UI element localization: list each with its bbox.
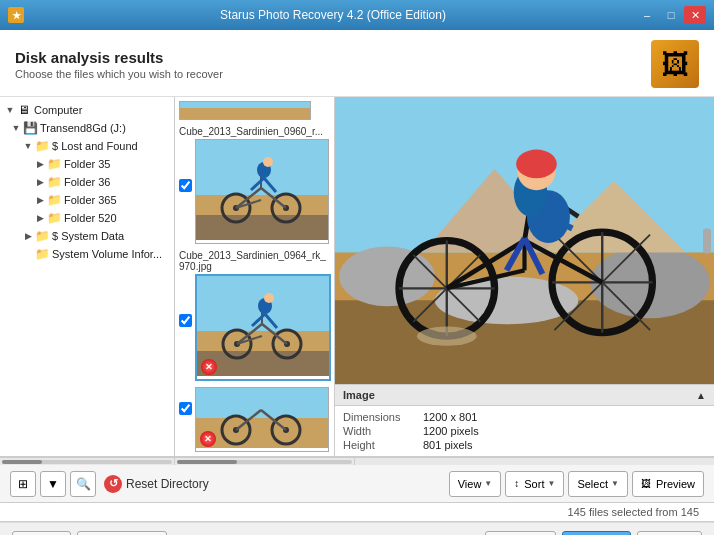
thumb-hscroll[interactable]	[175, 458, 355, 465]
preview-label: Preview	[656, 478, 695, 490]
toggle-systemvol	[22, 248, 34, 260]
thumb-hscroll-thumb[interactable]	[177, 460, 237, 464]
preview-info: Image ▲ Dimensions 1200 x 801 Width 1200…	[335, 384, 714, 456]
preview-image	[335, 97, 714, 384]
error-badge-3: ✕	[200, 431, 216, 447]
info-val-width: 1200 pixels	[423, 425, 479, 437]
main-area: ▼ 🖥 Computer ▼ 💾 Transend8Gd (J:) ▼ 📁 $ …	[0, 97, 714, 457]
tree-item-systemdata[interactable]: ▶ 📁 $ System Data	[0, 227, 174, 245]
preview-icon: 🖼	[641, 478, 651, 489]
view-dropdown[interactable]: View ▼	[449, 471, 502, 497]
close-window-button[interactable]: Close	[637, 531, 702, 535]
lostfound-icon: 📁	[35, 139, 49, 153]
folder36-icon: 📁	[47, 175, 61, 189]
header-icon	[651, 40, 699, 88]
preview-svg	[335, 97, 714, 384]
toggle-systemdata[interactable]: ▶	[22, 230, 34, 242]
filter-button[interactable]: ▼	[40, 471, 66, 497]
thumb-item-3[interactable]: ✕	[179, 387, 330, 452]
select-arrow: ▼	[611, 479, 619, 488]
tree-label-folder365: Folder 365	[64, 194, 117, 206]
next-button[interactable]: Next >	[562, 531, 631, 535]
page-subtitle: Choose the files which you wish to recov…	[15, 68, 223, 80]
tree-view-button[interactable]: ⊞	[10, 471, 36, 497]
thumb-item-1[interactable]: Cube_2013_Sardinien_0960_r...	[179, 126, 330, 244]
thumb-checkbox-1[interactable]	[179, 179, 192, 192]
search-button[interactable]: 🔍	[70, 471, 96, 497]
tree-item-folder365[interactable]: ▶ 📁 Folder 365	[0, 191, 174, 209]
tree-item-systemvol[interactable]: 📁 System Volume Infor...	[0, 245, 174, 263]
toggle-folder365[interactable]: ▶	[34, 194, 46, 206]
tree-hscroll-track[interactable]	[2, 460, 172, 464]
tree-item-computer[interactable]: ▼ 🖥 Computer	[0, 101, 174, 119]
info-section-label: Image	[343, 389, 375, 401]
footer-left: Help Options ▼	[12, 531, 167, 535]
toggle-folder36[interactable]: ▶	[34, 176, 46, 188]
systemdata-icon: 📁	[35, 229, 49, 243]
toggle-lostfound[interactable]: ▼	[22, 140, 34, 152]
options-button[interactable]: Options ▼	[77, 531, 168, 535]
tree-label-computer: Computer	[34, 104, 82, 116]
info-row-dimensions: Dimensions 1200 x 801	[343, 410, 706, 424]
panel-scroll-area[interactable]	[0, 457, 714, 465]
toggle-folder520[interactable]: ▶	[34, 212, 46, 224]
tree-label-systemdata: $ System Data	[52, 230, 124, 242]
svg-rect-19	[197, 351, 329, 376]
thumb-wrapper-2[interactable]: ✕	[195, 274, 331, 381]
thumb-item-2[interactable]: Cube_2013_Sardinien_0964_rk_970.jpg	[179, 250, 330, 381]
svg-rect-1	[180, 108, 310, 120]
info-val-dimensions: 1200 x 801	[423, 411, 477, 423]
toggle-computer[interactable]: ▼	[4, 104, 16, 116]
info-header[interactable]: Image ▲	[335, 385, 714, 406]
thumb-partial-top[interactable]	[179, 101, 311, 120]
thumbnail-panel[interactable]: Cube_2013_Sardinien_0960_r...	[175, 97, 335, 456]
select-label: Select	[577, 478, 608, 490]
tree-hscroll-thumb[interactable]	[2, 460, 42, 464]
tree-item-folder520[interactable]: ▶ 📁 Folder 520	[0, 209, 174, 227]
preview-button[interactable]: 🖼 Preview	[632, 471, 704, 497]
close-button[interactable]: ✕	[684, 6, 706, 24]
tree-item-transend[interactable]: ▼ 💾 Transend8Gd (J:)	[0, 119, 174, 137]
page-title: Disk analysis results	[15, 49, 223, 66]
thumb-checkbox-2[interactable]	[179, 314, 192, 327]
transend-icon: 💾	[23, 121, 37, 135]
preview-scrollbar-thumb[interactable]	[703, 228, 711, 253]
header-text: Disk analysis results Choose the files w…	[15, 49, 223, 80]
title-bar: ★ Starus Photo Recovery 4.2 (Office Edit…	[0, 0, 714, 30]
title-bar-text: Starus Photo Recovery 4.2 (Office Editio…	[30, 8, 636, 22]
minimize-button[interactable]: –	[636, 6, 658, 24]
folder35-icon: 📁	[47, 157, 61, 171]
computer-icon: 🖥	[17, 103, 31, 117]
tree-item-lostfound[interactable]: ▼ 📁 $ Lost and Found	[0, 137, 174, 155]
svg-point-29	[264, 293, 274, 303]
maximize-button[interactable]: □	[660, 6, 682, 24]
thumb-checkbox-3[interactable]	[179, 402, 192, 415]
thumb-wrapper-3[interactable]: ✕	[195, 387, 329, 452]
thumb-bike-svg-2	[197, 276, 329, 376]
tree-hscroll[interactable]	[0, 458, 175, 465]
svg-rect-4	[196, 215, 328, 240]
select-dropdown[interactable]: Select ▼	[568, 471, 628, 497]
toggle-folder35[interactable]: ▶	[34, 158, 46, 170]
thumb-wrapper-1[interactable]	[195, 139, 329, 244]
folder520-icon: 📁	[47, 211, 61, 225]
tree-panel[interactable]: ▼ 🖥 Computer ▼ 💾 Transend8Gd (J:) ▼ 📁 $ …	[0, 97, 175, 456]
svg-point-67	[516, 150, 557, 179]
thumb-label-1: Cube_2013_Sardinien_0960_r...	[179, 126, 323, 137]
app-icon: ★	[8, 7, 24, 23]
info-key-height: Height	[343, 439, 423, 451]
status-text: 145 files selected from 145	[568, 506, 699, 518]
svg-rect-33	[196, 418, 328, 448]
toggle-transend[interactable]: ▼	[10, 122, 22, 134]
back-button[interactable]: < Back	[485, 531, 556, 535]
tree-item-folder36[interactable]: ▶ 📁 Folder 36	[0, 173, 174, 191]
sort-dropdown[interactable]: ↕ Sort ▼	[505, 471, 564, 497]
info-key-dimensions: Dimensions	[343, 411, 423, 423]
toolbar-right: View ▼ ↕ Sort ▼ Select ▼ 🖼 Preview	[449, 471, 704, 497]
reset-directory-button[interactable]: ↺ Reset Directory	[104, 475, 209, 493]
help-button[interactable]: Help	[12, 531, 71, 535]
info-key-width: Width	[343, 425, 423, 437]
tree-item-folder35[interactable]: ▶ 📁 Folder 35	[0, 155, 174, 173]
info-row-width: Width 1200 pixels	[343, 424, 706, 438]
info-collapse-icon[interactable]: ▲	[696, 390, 706, 401]
